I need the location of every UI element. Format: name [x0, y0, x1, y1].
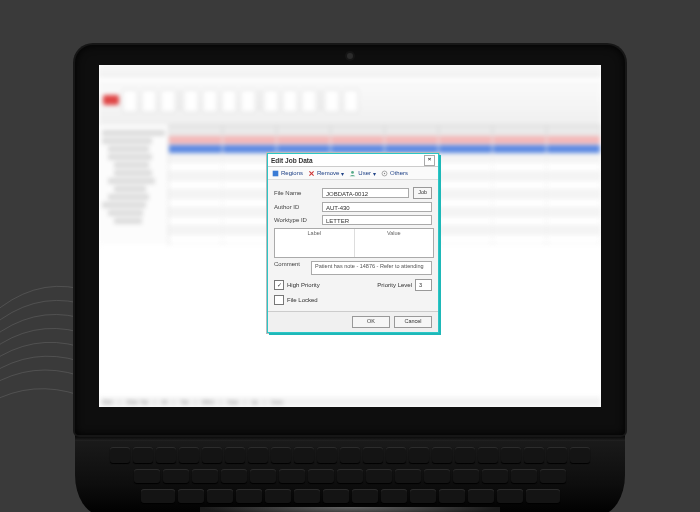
- author-id-field[interactable]: AUT-430: [322, 202, 432, 212]
- dialog-titlebar: Edit Job Data ×: [268, 154, 438, 167]
- properties-listbox[interactable]: Label Value: [274, 228, 434, 258]
- svg-point-5: [384, 172, 385, 173]
- user-menu[interactable]: User ▾: [349, 170, 376, 177]
- ok-button[interactable]: OK: [352, 316, 390, 328]
- high-priority-label: High Priority: [287, 282, 320, 288]
- dialog-toolbar: Regions Remove ▾ User ▾ Others: [268, 167, 438, 180]
- svg-rect-0: [273, 170, 279, 176]
- priority-level-label: Priority Level: [377, 282, 412, 288]
- svg-point-3: [351, 171, 354, 174]
- job-button[interactable]: Job: [413, 187, 432, 199]
- cancel-button[interactable]: Cancel: [394, 316, 432, 328]
- comment-label: Comment: [274, 261, 307, 267]
- author-id-label: Author ID: [274, 204, 318, 210]
- close-button[interactable]: ×: [424, 155, 435, 166]
- webcam: [347, 53, 353, 59]
- comment-field[interactable]: Patient has note - 14876 - Refer to atte…: [311, 261, 432, 275]
- laptop-base: [75, 441, 625, 512]
- regions-menu[interactable]: Regions: [272, 170, 303, 177]
- edit-job-data-dialog: Edit Job Data × Regions Remove ▾ User ▾ …: [267, 153, 439, 333]
- worktype-id-field[interactable]: LETTER: [322, 215, 432, 225]
- laptop-mockup: Rich| Slide: Tab| All| Tab| NRml| Data| …: [75, 45, 625, 512]
- file-name-label: File Name: [274, 190, 318, 196]
- worktype-id-label: Worktype ID: [274, 217, 318, 223]
- others-menu[interactable]: Others: [381, 170, 408, 177]
- dialog-title: Edit Job Data: [271, 157, 313, 164]
- remove-menu[interactable]: Remove ▾: [308, 170, 344, 177]
- status-bar: Rich| Slide: Tab| All| Tab| NRml| Data| …: [99, 397, 601, 407]
- app-screen: Rich| Slide: Tab| All| Tab| NRml| Data| …: [99, 65, 601, 407]
- file-locked-label: File Locked: [287, 297, 318, 303]
- file-name-field[interactable]: JOBDATA-0012: [322, 188, 409, 198]
- priority-level-select[interactable]: 3: [415, 279, 432, 291]
- high-priority-checkbox[interactable]: ✓: [274, 280, 284, 290]
- file-locked-checkbox[interactable]: [274, 295, 284, 305]
- screen-bezel: Rich| Slide: Tab| All| Tab| NRml| Data| …: [75, 45, 625, 435]
